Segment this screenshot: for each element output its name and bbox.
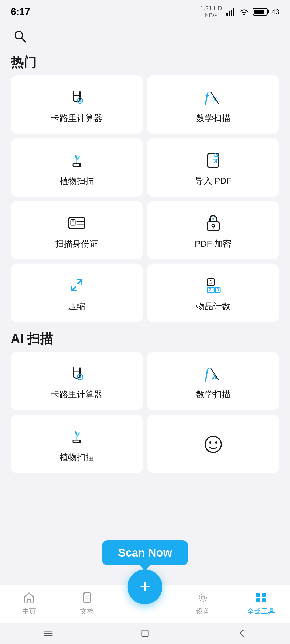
compress-label: 压缩: [68, 301, 85, 313]
ai-tools-grid: 卡路里计算器 f x 数学扫描: [0, 352, 290, 473]
sys-back-button[interactable]: [234, 625, 250, 641]
status-icons: 1.21 HD KB/s 43: [200, 5, 279, 19]
nav-settings-label: 设置: [196, 607, 210, 616]
ai-math-icon: f x: [202, 363, 224, 384]
svg-rect-3: [233, 8, 234, 16]
importpdf-icon: [202, 149, 224, 170]
status-bar: 6:17 1.21 HD KB/s 43: [0, 0, 290, 22]
idscan-label: 扫描身份证: [55, 238, 98, 250]
lock-icon: [202, 212, 224, 233]
sys-nav-bar: [0, 623, 290, 644]
ai-plant-label: 植物扫描: [60, 452, 94, 463]
home-icon: [22, 591, 36, 605]
tool-idscan[interactable]: 扫描身份证: [11, 201, 143, 259]
svg-rect-16: [208, 154, 219, 167]
importpdf-label: 导入 PDF: [195, 175, 232, 187]
ai-tool-calorie[interactable]: 卡路里计算器: [11, 352, 143, 410]
svg-rect-57: [142, 630, 148, 636]
settings-icon: [196, 591, 210, 605]
svg-point-49: [199, 594, 207, 601]
search-bar[interactable]: [0, 22, 290, 49]
fab-plus-icon: +: [140, 577, 150, 595]
tool-mathscan[interactable]: f x 数学扫描: [147, 75, 279, 134]
svg-rect-2: [231, 10, 232, 16]
ai-tool-emoji[interactable]: [147, 415, 279, 473]
plantscan-label: 植物扫描: [60, 175, 94, 187]
mathscan-label: 数学扫描: [196, 112, 230, 124]
search-button[interactable]: [11, 27, 30, 46]
count-icon: 1 2 3: [202, 275, 224, 296]
fab-scan-button[interactable]: +: [128, 569, 162, 604]
search-icon: [13, 29, 27, 44]
ai-plant-icon: [66, 425, 88, 447]
svg-rect-52: [256, 598, 260, 602]
tool-plantscan[interactable]: 植物扫描: [11, 138, 143, 197]
svg-line-9: [80, 101, 81, 102]
popular-section-title: 热门: [0, 49, 290, 75]
nav-docs-label: 文档: [80, 607, 94, 616]
sys-menu-button[interactable]: [40, 625, 56, 641]
svg-point-44: [28, 592, 30, 594]
svg-point-41: [205, 436, 221, 452]
compress-icon: [66, 275, 88, 296]
svg-rect-0: [226, 13, 228, 16]
calorie-label: 卡路里计算器: [51, 112, 103, 124]
svg-point-21: [72, 220, 74, 222]
svg-rect-1: [229, 11, 230, 16]
tool-pdfencrypt[interactable]: PDF 加密: [147, 201, 279, 259]
ai-section-title: AI 扫描: [0, 325, 290, 352]
tool-calorie[interactable]: 卡路里计算器: [11, 75, 143, 134]
id-icon: [66, 212, 88, 233]
ai-tool-plant[interactable]: 植物扫描: [11, 415, 143, 473]
plant-icon: [66, 149, 88, 170]
svg-rect-50: [256, 593, 260, 597]
fab-container: Scan Now +: [102, 540, 188, 604]
battery-level: 43: [271, 8, 279, 16]
nav-tools-label: 全部工具: [247, 607, 275, 616]
tool-itemcount[interactable]: 1 2 3 物品计数: [147, 264, 279, 322]
ai-calorie-label: 卡路里计算器: [51, 389, 103, 401]
svg-rect-45: [84, 592, 90, 603]
nav-home-label: 主页: [22, 607, 36, 616]
svg-point-25: [212, 218, 214, 220]
svg-line-34: [80, 377, 81, 378]
scan-now-bubble: Scan Now: [102, 540, 188, 565]
docs-icon: [80, 591, 94, 605]
calorie-icon: [66, 86, 88, 108]
ai-scan-section: AI 扫描 卡路里计算器 f x: [0, 325, 290, 473]
svg-point-4: [243, 14, 245, 15]
status-speed: 1.21 HD KB/s: [200, 5, 222, 19]
ai-tool-math[interactable]: f x 数学扫描: [147, 352, 279, 410]
popular-tools-grid: 卡路里计算器 f x 数学扫描 植物扫描: [0, 75, 290, 322]
svg-text:f: f: [205, 365, 211, 382]
emoji-icon: [202, 434, 224, 455]
svg-line-6: [21, 38, 26, 42]
svg-text:2: 2: [209, 288, 211, 292]
svg-text:1: 1: [209, 279, 212, 286]
svg-rect-22: [207, 222, 219, 230]
nav-tools[interactable]: 全部工具: [240, 591, 282, 616]
svg-rect-53: [262, 598, 266, 602]
svg-point-43: [215, 441, 217, 444]
ai-calorie-icon: [66, 363, 88, 384]
ai-math-label: 数学扫描: [196, 389, 230, 401]
svg-text:3: 3: [216, 288, 219, 292]
tool-compress[interactable]: 压缩: [11, 264, 143, 322]
tools-icon: [254, 591, 268, 605]
itemcount-label: 物品计数: [196, 301, 230, 313]
pdfencrypt-label: PDF 加密: [195, 238, 232, 250]
status-time: 6:17: [11, 6, 30, 17]
svg-rect-51: [262, 593, 266, 597]
sys-home-button[interactable]: [137, 625, 153, 641]
signal-icon: [226, 7, 235, 17]
nav-home[interactable]: 主页: [8, 591, 50, 616]
tool-importpdf[interactable]: 导入 PDF: [147, 138, 279, 197]
svg-text:f: f: [205, 89, 211, 105]
battery-icon: [253, 8, 268, 16]
svg-point-42: [209, 441, 211, 444]
math-icon: f x: [202, 86, 224, 108]
svg-point-48: [201, 596, 205, 599]
wifi-icon: [239, 7, 249, 17]
